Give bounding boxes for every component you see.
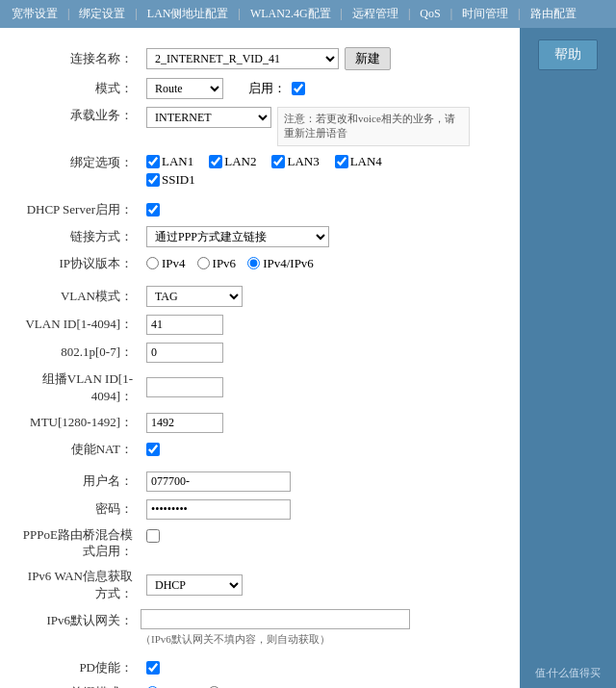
link-mode-select[interactable]: 通过PPP方式建立链接 (146, 226, 329, 247)
ipv4v6-radio[interactable] (247, 257, 260, 269)
pppoe-bridge-label: PPPoE路由桥混合模式启用： (15, 527, 141, 560)
ipv6-gateway-note: （IPv6默认网关不填内容，则自动获取） (141, 632, 410, 647)
prefix-auto-option: Auto (146, 685, 187, 688)
vlan-mode-label: VLAN模式： (15, 288, 141, 305)
ipv4v6-option: IPv4/IPv6 (247, 256, 314, 271)
dhcp-label: DHCP Server启用： (15, 201, 141, 218)
ipv6-radio[interactable] (197, 257, 210, 269)
ipv6-gateway-label: IPv6默认网关： (15, 609, 141, 629)
new-button[interactable]: 新建 (345, 47, 391, 70)
bind-lan1: LAN1 (146, 154, 193, 169)
nav-item-remote[interactable]: 远程管理 (348, 4, 402, 24)
ipv4-option: IPv4 (146, 256, 186, 271)
password-label: 密码： (15, 500, 141, 518)
vlan-id-label: VLAN ID[1-4094]： (15, 316, 141, 333)
bind-lan4: LAN4 (335, 154, 382, 169)
pd-checkbox[interactable] (146, 661, 160, 675)
username-label: 用户名： (15, 472, 141, 490)
bind-lan4-checkbox[interactable] (335, 155, 348, 168)
nav-item-binding[interactable]: 绑定设置 (75, 4, 129, 24)
bind-ssid1-checkbox[interactable] (146, 173, 160, 187)
nat-checkbox[interactable] (146, 443, 160, 456)
bind-label: 绑定选项： (15, 154, 141, 171)
ipv6-fetch-label: IPv6 WAN信息获取方式： (15, 568, 141, 602)
mtu-label: MTU[1280-1492]： (15, 414, 141, 431)
ip-proto-label: IP协议版本： (15, 255, 141, 272)
watermark: 值·什么值得买 (535, 666, 602, 680)
prefix-mode-label: 前缀模式： (15, 684, 141, 688)
connection-name-label: 连接名称： (15, 50, 141, 67)
prefix-manual-option: Manual (208, 685, 262, 688)
bind-ssid1: SSID1 (146, 172, 195, 188)
bind-lan2: LAN2 (209, 154, 256, 169)
dot1p-label: 802.1p[0-7]： (15, 344, 141, 361)
nat-label: 使能NAT： (15, 441, 141, 458)
form-content: 连接名称： 2_INTERNET_R_VID_41 新建 模式： Route 启… (0, 28, 520, 688)
connection-name-select[interactable]: 2_INTERNET_R_VID_41 (146, 48, 339, 69)
sidebar: 帮助 值·什么值得买 (520, 28, 616, 688)
ipv6-gateway-input[interactable] (141, 609, 410, 629)
vlan-mode-select[interactable]: TAG (146, 286, 243, 307)
vlan-id-input[interactable] (146, 315, 223, 335)
mtu-input[interactable] (146, 413, 223, 433)
ipv4-radio[interactable] (146, 257, 159, 269)
dhcp-checkbox[interactable] (146, 203, 160, 217)
pppoe-bridge-checkbox[interactable] (146, 529, 160, 543)
enable-checkbox[interactable] (292, 82, 305, 95)
nav-item-time[interactable]: 时间管理 (458, 4, 512, 24)
service-note: 注意：若更改和voice相关的业务，请重新注册语音 (277, 107, 470, 146)
mode-label: 模式： (15, 80, 141, 97)
pd-label: PD使能： (15, 659, 141, 676)
ipv6-fetch-select[interactable]: DHCP (146, 574, 243, 596)
nav-item-route[interactable]: 路由配置 (526, 4, 580, 24)
service-label: 承载业务： (15, 107, 141, 124)
mode-select[interactable]: Route (146, 78, 223, 99)
bind-lan3-checkbox[interactable] (271, 155, 285, 168)
nav-item-wlan[interactable]: WLAN2.4G配置 (246, 4, 335, 24)
nav-item-lan[interactable]: LAN侧地址配置 (143, 4, 233, 24)
password-input[interactable] (146, 499, 291, 520)
nav-item-broadband[interactable]: 宽带设置 (8, 4, 62, 24)
multicast-vlan-label: 组播VLAN ID[1-4094]： (15, 370, 141, 405)
service-select[interactable]: INTERNET (146, 107, 271, 128)
bind-lan2-checkbox[interactable] (209, 155, 222, 168)
enable-label: 启用： (248, 80, 286, 97)
ipv6-option: IPv6 (197, 256, 237, 271)
username-input[interactable] (146, 471, 291, 492)
multicast-vlan-input[interactable] (146, 377, 223, 397)
bind-lan3: LAN3 (271, 154, 319, 169)
link-mode-label: 链接方式： (15, 228, 141, 245)
help-button[interactable]: 帮助 (538, 39, 598, 70)
bind-lan1-checkbox[interactable] (146, 155, 160, 168)
top-navigation: 宽带设置 | 绑定设置 | LAN侧地址配置 | WLAN2.4G配置 | 远程… (0, 0, 616, 28)
nav-item-qos[interactable]: QoS (416, 5, 444, 23)
dot1p-input[interactable] (146, 343, 223, 363)
